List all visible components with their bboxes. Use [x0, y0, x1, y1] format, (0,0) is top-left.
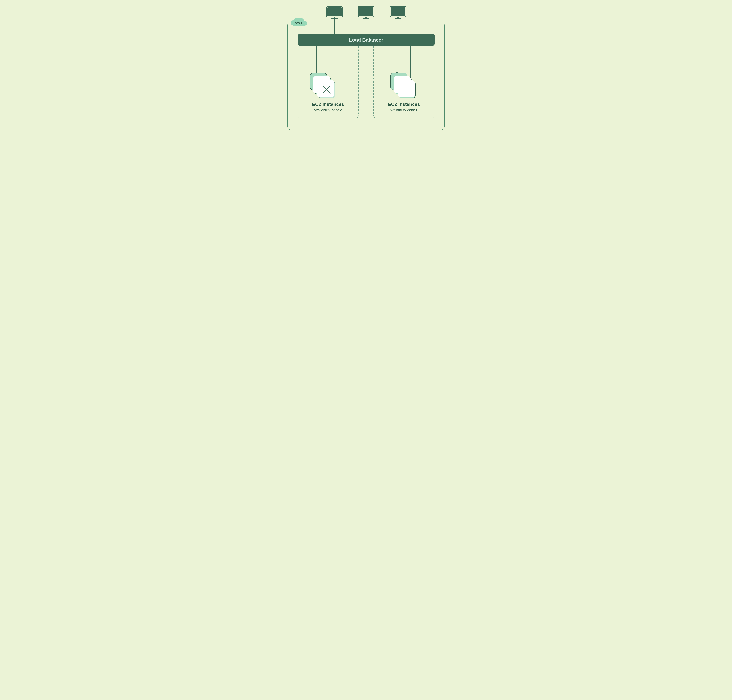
arrow-icon	[397, 46, 397, 74]
zone-b-labels: EC2 Instances Availability Zone B	[378, 101, 430, 112]
client-monitor-2	[358, 6, 374, 17]
aws-cloud-label: AWS	[290, 17, 308, 28]
aws-cloud-badge: AWS	[290, 17, 308, 28]
diagram-canvas: AWS Load Balancer EC2 Instance	[279, 0, 453, 140]
monitor-screen-icon	[359, 7, 373, 16]
x-mark-icon	[318, 81, 335, 98]
ec2-instance-icon	[399, 81, 416, 98]
zone-b-subtitle: Availability Zone B	[378, 108, 430, 112]
arrow-icon	[316, 46, 317, 74]
monitor-screen-icon	[391, 7, 405, 16]
load-balancer-bar: Load Balancer	[298, 34, 435, 46]
zone-a-labels: EC2 Instances Availability Zone A	[302, 101, 354, 112]
ec2-instance-stack-b	[391, 73, 414, 96]
ec2-instance-failed-icon	[318, 81, 335, 98]
zone-b-title: EC2 Instances	[378, 101, 430, 107]
zone-a-title: EC2 Instances	[302, 101, 354, 107]
client-monitor-3	[390, 6, 406, 17]
ec2-instance-stack-a	[310, 73, 333, 96]
zone-a-subtitle: Availability Zone A	[302, 108, 354, 112]
client-monitor-1	[326, 6, 343, 17]
monitor-screen-icon	[328, 7, 341, 16]
load-balancer-label: Load Balancer	[349, 37, 383, 43]
